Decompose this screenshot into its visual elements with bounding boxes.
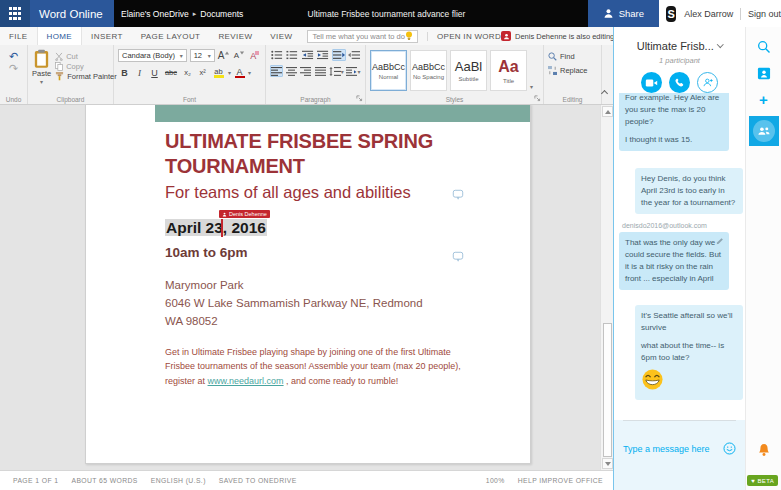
breadcrumb-root[interactable]: Elaine's OneDrive (121, 9, 189, 19)
format-painter-button[interactable]: Format Painter (55, 72, 117, 81)
document-page[interactable]: ULTIMATE FRISBEE SPRING TOURNAMENT For t… (85, 105, 531, 464)
superscript-button[interactable]: x² (196, 66, 209, 79)
flier-date-row[interactable]: Denis Dehenne April 23, 2016 (165, 219, 267, 237)
flier-address-line3[interactable]: WA 98052 (165, 313, 502, 331)
chat-input[interactable]: Type a message here (614, 442, 745, 455)
collapse-ribbon-button[interactable] (601, 90, 608, 97)
numbering-button[interactable] (285, 49, 298, 61)
new-chat-button[interactable]: + (746, 93, 781, 106)
coauthor-status[interactable]: Denis Dehenne is also editing (515, 32, 614, 41)
flier-paragraph-text[interactable]: , and come ready to rumble! (284, 376, 399, 386)
status-zoom-level[interactable]: 100% (486, 477, 505, 484)
flier-title-line1[interactable]: ULTIMATE FRISBEE SPRING (165, 129, 502, 154)
active-conversation-tile[interactable] (749, 116, 779, 146)
style-normal[interactable]: AaBbCc Normal (370, 50, 407, 91)
flier-subtitle[interactable]: For teams of all ages and abilities (165, 183, 502, 202)
indent-options-dropdown-icon: ▾ (357, 68, 360, 75)
tab-page-layout[interactable]: PAGE LAYOUT (132, 27, 210, 45)
font-color-dropdown-icon[interactable]: ▾ (248, 69, 251, 76)
find-button[interactable]: Find (548, 52, 597, 61)
subscript-button[interactable]: x₂ (181, 66, 194, 79)
flier-time[interactable]: 10am to 6pm (165, 245, 502, 260)
contacts-button[interactable] (746, 67, 781, 80)
style-no-spacing[interactable]: AaBbCc No Spacing (410, 50, 447, 91)
status-language[interactable]: ENGLISH (U.S.) (151, 477, 206, 484)
tab-view[interactable]: VIEW (261, 27, 301, 45)
flier-title-line2[interactable]: TOURNAMENT (165, 154, 502, 179)
open-in-word-button[interactable]: OPEN IN WORD (427, 32, 501, 41)
video-call-button[interactable] (641, 72, 662, 93)
app-launcher-button[interactable] (0, 0, 30, 27)
scroll-up-button[interactable] (602, 106, 613, 117)
replace-button[interactable]: Replace (548, 66, 597, 75)
scrollbar-thumb[interactable] (603, 323, 612, 457)
decrease-indent-button[interactable] (301, 49, 314, 61)
styles-dialog-launcher[interactable] (534, 95, 541, 102)
document-body[interactable]: ULTIMATE FRISBEE SPRING TOURNAMENT For t… (165, 129, 502, 389)
underline-button[interactable]: U (148, 66, 161, 79)
voice-call-button[interactable] (669, 72, 690, 93)
flier-date-part2[interactable]: 2016 (227, 219, 266, 236)
notifications-bell-icon[interactable] (757, 443, 771, 462)
right-to-left-button[interactable] (348, 49, 361, 61)
flier-date-part1[interactable]: April 23, (166, 219, 227, 236)
document-scrollbar[interactable] (600, 105, 613, 470)
paste-button[interactable]: Paste ▾ (32, 49, 51, 93)
style-subtitle[interactable]: AaBl Subtitle (450, 50, 487, 91)
align-center-button[interactable] (285, 65, 298, 77)
highlight-dropdown-icon[interactable]: ▾ (228, 69, 231, 76)
tab-insert[interactable]: INSERT (82, 27, 132, 45)
font-family-select[interactable]: Candara (Body) ▾ (118, 49, 187, 62)
italic-button[interactable]: I (133, 66, 146, 79)
paragraph-dialog-launcher[interactable] (356, 95, 363, 102)
divider (623, 420, 736, 421)
font-size-select[interactable]: 12 ▾ (190, 49, 215, 62)
status-help-improve[interactable]: HELP IMPROVE OFFICE (518, 477, 603, 484)
tell-me-input[interactable]: Tell me what you want to do (307, 30, 418, 43)
copy-button[interactable]: Copy (55, 62, 117, 71)
undo-button[interactable]: ↶ (9, 51, 18, 62)
style-preview: AaBl (455, 59, 482, 74)
tab-file[interactable]: FILE (0, 27, 37, 45)
shrink-font-button[interactable]: A (233, 49, 245, 62)
style-title[interactable]: Aa Title (490, 50, 527, 91)
user-name[interactable]: Alex Darrow (684, 9, 733, 19)
status-word-count[interactable]: ABOUT 65 WORDS (71, 477, 137, 484)
strikethrough-button[interactable]: abc (163, 66, 179, 79)
breadcrumb-current[interactable]: Documents (200, 9, 243, 19)
align-right-button[interactable] (300, 65, 313, 77)
flier-address-line1[interactable]: Marymoor Park (165, 277, 502, 295)
line-spacing-button[interactable]: ▾ (329, 65, 344, 77)
flier-link[interactable]: www.needaurl.com (208, 376, 284, 386)
highlight-color-button[interactable]: ab (211, 66, 226, 79)
scroll-down-button[interactable] (602, 458, 613, 469)
search-button[interactable] (746, 40, 781, 54)
more-styles-button[interactable]: ▾ (530, 83, 533, 90)
grow-font-button[interactable]: A (218, 49, 231, 62)
clear-formatting-button[interactable]: A (249, 49, 261, 62)
flier-address[interactable]: Marymoor Park 6046 W Lake Sammamish Park… (165, 277, 502, 330)
tab-review[interactable]: REVIEW (209, 27, 261, 45)
bullets-button[interactable] (270, 49, 283, 61)
emoticon-picker-icon[interactable] (723, 442, 736, 455)
indent-options-button[interactable]: ▾ (346, 65, 361, 77)
bold-button[interactable]: B (118, 66, 131, 79)
add-participant-button[interactable] (697, 72, 718, 93)
flier-date[interactable]: April 23, 2016 (165, 219, 267, 236)
redo-button[interactable]: ↷ (9, 63, 18, 74)
share-button[interactable]: Share (588, 0, 659, 27)
skype-logo-icon[interactable]: S (666, 6, 676, 22)
flier-title[interactable]: ULTIMATE FRISBEE SPRING TOURNAMENT (165, 129, 502, 179)
chat-title[interactable]: Ultimate Frisb... (637, 40, 723, 52)
justify-button[interactable] (314, 65, 327, 77)
flier-paragraph[interactable]: Get in Ultimate Frisbee playing shape by… (165, 345, 467, 389)
tab-home[interactable]: HOME (37, 27, 83, 45)
sign-out-link[interactable]: Sign out (748, 9, 781, 19)
cut-button[interactable]: Cut (55, 52, 117, 61)
left-to-right-button[interactable] (332, 49, 346, 61)
font-color-button[interactable]: A (233, 66, 246, 79)
align-left-button[interactable] (270, 65, 283, 77)
flier-address-line2[interactable]: 6046 W Lake Sammamish Parkway NE, Redmon… (165, 295, 502, 313)
increase-indent-button[interactable] (316, 49, 329, 61)
app-title[interactable]: Word Online (30, 0, 114, 27)
